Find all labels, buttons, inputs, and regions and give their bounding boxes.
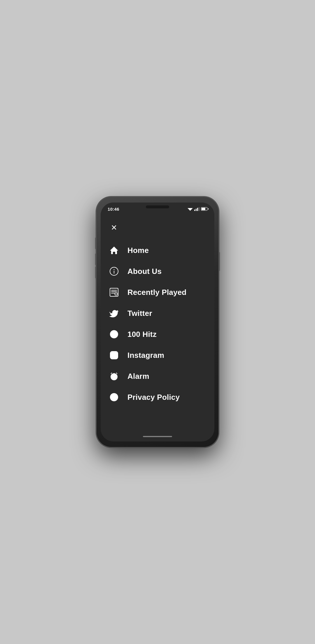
lock-icon — [109, 392, 119, 402]
status-icons — [188, 207, 207, 211]
svg-rect-3 — [190, 210, 190, 211]
phone-frame: 10:46 — [96, 197, 219, 447]
menu-label-twitter: Twitter — [127, 309, 152, 318]
svg-point-6 — [114, 269, 115, 270]
menu-item-instagram[interactable]: Instagram — [101, 345, 214, 366]
menu-item-home[interactable]: Home — [101, 240, 214, 261]
menu-label-alarm: Alarm — [127, 372, 149, 381]
alarm-icon — [109, 371, 119, 381]
menu-item-about-us[interactable]: About Us — [101, 261, 214, 282]
svg-point-20 — [116, 353, 117, 353]
home-bar — [101, 432, 214, 441]
home-bar-line — [143, 436, 172, 437]
battery-icon — [201, 207, 207, 211]
svg-point-19 — [112, 353, 116, 357]
menu-label-about-us: About Us — [127, 267, 162, 276]
close-button[interactable]: ✕ — [101, 218, 214, 237]
info-icon — [109, 266, 119, 277]
svg-line-25 — [116, 373, 117, 374]
menu-item-privacy-policy[interactable]: Privacy Policy — [101, 387, 214, 408]
signal-icon — [194, 207, 200, 211]
menu-item-recently-played[interactable]: Recently Played — [101, 282, 214, 303]
home-icon — [109, 245, 119, 256]
menu-label-instagram: Instagram — [127, 351, 164, 360]
menu-label-100-hitz: 100 Hitz — [127, 330, 157, 339]
svg-line-24 — [111, 373, 112, 374]
speaker-notch — [146, 205, 169, 208]
globe-icon — [109, 329, 119, 339]
wifi-icon — [188, 207, 193, 211]
menu-item-100-hitz[interactable]: 100 Hitz — [101, 324, 214, 345]
menu-label-privacy-policy: Privacy Policy — [127, 393, 180, 402]
menu-content: ✕ Home — [101, 215, 214, 432]
svg-rect-5 — [114, 271, 114, 274]
recently-played-icon — [109, 287, 119, 298]
twitter-icon — [109, 308, 119, 319]
svg-point-29 — [114, 398, 115, 399]
close-icon: ✕ — [109, 222, 119, 233]
instagram-icon — [109, 350, 119, 360]
menu-item-twitter[interactable]: Twitter — [101, 303, 214, 324]
close-x-symbol: ✕ — [111, 224, 117, 231]
menu-label-home: Home — [127, 246, 149, 255]
menu-label-recently-played: Recently Played — [127, 288, 186, 297]
phone-screen: 10:46 — [101, 203, 214, 441]
status-bar: 10:46 — [101, 203, 214, 215]
menu-item-alarm[interactable]: Alarm — [101, 366, 214, 387]
status-time: 10:46 — [108, 207, 119, 212]
